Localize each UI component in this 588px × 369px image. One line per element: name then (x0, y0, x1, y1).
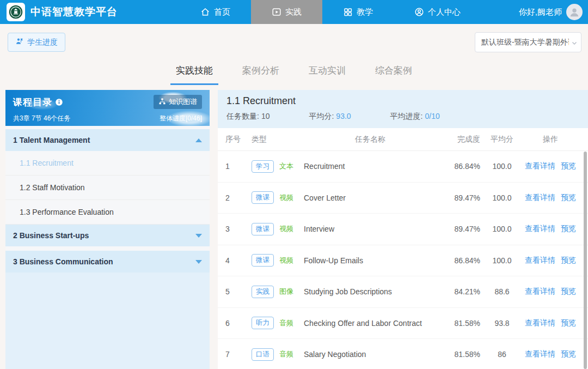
media-type-label: 视频 (279, 193, 293, 203)
section-row[interactable]: 1.3 Performance Evaluation (5, 200, 210, 225)
table-row: 4 微课 视频 Follow-Up Emails 86.84% 100.0 查看… (218, 245, 588, 277)
table-row: 3 微课 视频 Interview 89.47% 100.0 查看详情 预览 (218, 214, 588, 245)
avatar[interactable] (566, 4, 583, 20)
media-type-label: 视频 (279, 224, 293, 234)
row-actions: 查看详情 预览 (520, 161, 580, 171)
overall-progress: 整体进度[0/46] (160, 114, 202, 123)
chevron-down-icon (571, 39, 578, 48)
info-icon[interactable] (55, 98, 63, 106)
chapter-label: 3 Business Communication (13, 257, 113, 266)
section-row[interactable]: 1.2 Staff Motivation (5, 176, 210, 200)
task-type-badge: 微课 (252, 191, 274, 204)
task-type-badge: 学习 (252, 160, 274, 173)
section-stats: 任务数量:10 平均分:93.0 平均进度:0/10 (226, 112, 579, 122)
row-type: 学习 文本 (252, 160, 304, 173)
nav-item-teaching[interactable]: 教学 (322, 0, 394, 24)
user-icon (414, 7, 424, 17)
stat-item: 任务数量:10 (226, 112, 270, 122)
view-details-link[interactable]: 查看详情 (525, 224, 555, 234)
chapter-row[interactable]: 2 Business Start-ups (5, 225, 210, 246)
stat-value: 0/10 (425, 112, 440, 120)
view-details-link[interactable]: 查看详情 (525, 256, 555, 265)
nav-item-home[interactable]: 首页 (180, 0, 251, 24)
table-scrollbar[interactable] (584, 152, 587, 369)
row-number: 4 (225, 256, 252, 265)
class-select-value: 默认班级-暨南大学暑期外语i (481, 38, 569, 47)
tab-practice-skills[interactable]: 实践技能 (170, 61, 218, 85)
col-completion: 完成度 (437, 135, 483, 144)
view-details-link[interactable]: 查看详情 (525, 349, 555, 359)
media-type-label: 图像 (279, 287, 293, 297)
student-progress-icon (15, 37, 24, 47)
caret-icon (195, 234, 202, 238)
stat-item: 平均进度:0/10 (390, 112, 440, 122)
caret-icon (195, 260, 202, 264)
view-details-link[interactable]: 查看详情 (525, 287, 555, 297)
stat-item: 平均分:93.0 (309, 112, 351, 122)
user-greeting[interactable]: 你好,阙老师 (519, 0, 583, 24)
chapter-label: 2 Business Start-ups (13, 231, 89, 240)
table-row: 2 微课 视频 Cover Letter 89.47% 100.0 查看详情 预… (218, 183, 588, 214)
university-logo-icon (7, 3, 25, 21)
stat-value: 10 (261, 112, 270, 120)
knowledge-graph-button[interactable]: 知识图谱 (154, 95, 202, 109)
preview-link[interactable]: 预览 (561, 193, 576, 203)
caret-icon (195, 138, 202, 142)
task-name: Checking Offer and Labor Contract (304, 319, 437, 328)
student-progress-button[interactable]: 学生进度 (8, 33, 65, 52)
row-number: 1 (225, 162, 252, 171)
chapter-row[interactable]: 3 Business Communication (5, 251, 210, 273)
greeting-text: 你好,阙老师 (519, 7, 562, 17)
preview-link[interactable]: 预览 (561, 224, 576, 234)
view-details-link[interactable]: 查看详情 (525, 161, 555, 171)
task-type-badge: 口语 (252, 348, 274, 361)
preview-link[interactable]: 预览 (561, 256, 576, 265)
teaching-icon (343, 7, 353, 17)
completion-value: 89.47% (437, 193, 483, 202)
row-actions: 查看详情 预览 (520, 224, 580, 234)
chapter-row[interactable]: 1 Talent Management (5, 129, 210, 151)
course-catalog-title: 课程目录 (13, 96, 52, 108)
sidebar-filler (5, 273, 210, 369)
tab-interactive-drill[interactable]: 互动实训 (303, 61, 351, 85)
row-type: 听力 音频 (252, 317, 304, 329)
preview-link[interactable]: 预览 (561, 161, 576, 171)
knowledge-graph-label: 知识图谱 (169, 97, 197, 107)
row-number: 2 (225, 193, 252, 202)
task-name: Studying Job Descriptions (304, 287, 437, 296)
preview-link[interactable]: 预览 (561, 349, 576, 359)
row-type: 微课 视频 (252, 254, 304, 267)
class-select[interactable]: 默认班级-暨南大学暑期外语i (475, 32, 581, 52)
row-type: 实践 图像 (252, 286, 304, 298)
row-type: 微课 视频 (252, 191, 304, 204)
preview-link[interactable]: 预览 (561, 318, 576, 328)
task-name: Recruitment (304, 162, 437, 171)
knowledge-graph-icon (158, 98, 166, 107)
section-label: 1.3 Performance Evaluation (20, 208, 114, 216)
media-type-label: 视频 (279, 256, 293, 265)
tab-comprehensive-case[interactable]: 综合案例 (370, 61, 418, 85)
completion-value: 86.84% (437, 256, 483, 265)
view-details-link[interactable]: 查看详情 (525, 318, 555, 328)
row-actions: 查看详情 预览 (520, 287, 580, 297)
table-row: 6 听力 音频 Checking Offer and Labor Contrac… (218, 308, 588, 340)
view-details-link[interactable]: 查看详情 (525, 193, 555, 203)
stat-label: 任务数量: (226, 112, 259, 120)
tab-case-analysis[interactable]: 案例分析 (237, 61, 285, 85)
main-panel: 1.1 Recruitment 任务数量:10 平均分:93.0 平均进度:0/… (218, 90, 588, 369)
task-name: Interview (304, 225, 437, 233)
chapter-label: 1 Talent Management (13, 136, 90, 144)
section-label: 1.2 Staff Motivation (20, 183, 85, 192)
completion-value: 86.84% (437, 162, 483, 171)
row-number: 7 (225, 350, 252, 359)
student-progress-label: 学生进度 (27, 38, 58, 47)
table-row: 5 实践 图像 Studying Job Descriptions 84.21%… (218, 276, 588, 308)
table-body: 1 学习 文本 Recruitment 86.84% 100.0 查看详情 预览… (218, 151, 588, 369)
nav-item-practice[interactable]: 实践 (251, 0, 322, 24)
nav-item-profile[interactable]: 个人中心 (394, 0, 481, 24)
preview-link[interactable]: 预览 (561, 287, 576, 297)
section-row[interactable]: 1.1 Recruitment (5, 151, 210, 176)
course-summary: 共3章 7节 46个任务 (13, 114, 70, 123)
course-sidebar: 课程目录 知识图谱 共3章 7节 46个任务 整体进度[0/46] 1 Tale… (5, 90, 210, 369)
section-title: 1.1 Recruitment (226, 95, 579, 107)
